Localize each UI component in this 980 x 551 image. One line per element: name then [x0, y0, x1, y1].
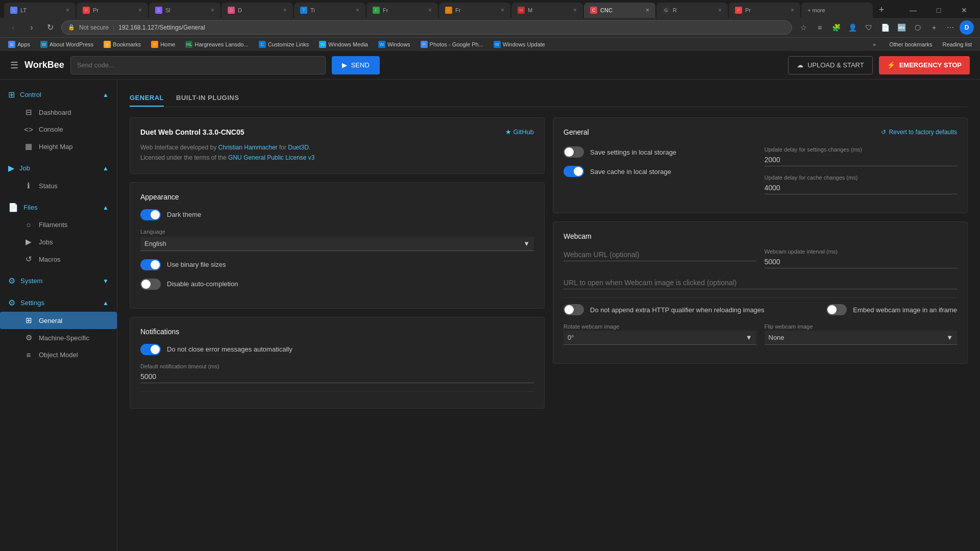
- reader-mode[interactable]: ≡: [813, 20, 827, 35]
- maximize-button[interactable]: □: [927, 3, 950, 18]
- tab-lt[interactable]: LLT×: [4, 3, 76, 18]
- more-bookmarks-button[interactable]: »: [870, 40, 879, 48]
- webcam-divider1: [564, 297, 957, 298]
- emergency-stop-button[interactable]: ⚡ EMERGENCY STOP: [879, 56, 970, 74]
- more-tools-button[interactable]: ⋯: [943, 20, 958, 35]
- update-cache-input[interactable]: [765, 182, 958, 194]
- bookmark-customize[interactable]: C Customize Links: [255, 40, 313, 49]
- desc-line1-start: Web Interface developed by: [140, 144, 218, 151]
- address-url: 192.168.1.127/Settings/General: [118, 24, 205, 31]
- disable-autocomplete-toggle[interactable]: [140, 279, 161, 290]
- tab-pr1[interactable]: PPr×: [77, 3, 148, 18]
- sidebar-item-heightmap[interactable]: ▦ Height Map: [0, 138, 117, 155]
- bookmark-windows-media[interactable]: W Windows Media: [315, 40, 372, 49]
- dark-theme-row: Dark theme: [140, 209, 534, 220]
- tab-pr2[interactable]: PPr×: [729, 3, 800, 18]
- author-link[interactable]: Christian Hammacher: [218, 144, 278, 151]
- flip-select[interactable]: None Horizontal Vertical Both: [769, 334, 947, 341]
- collections-button[interactable]: +: [927, 20, 941, 35]
- sidebar-section-header-control[interactable]: ⊞ Control ▲: [0, 86, 117, 104]
- revert-icon: ↺: [881, 129, 886, 136]
- rotate-select-wrapper[interactable]: 0° 90° 180° 270° ▼: [564, 331, 756, 345]
- tab-cnc[interactable]: CCNC×: [584, 3, 655, 18]
- macros-icon: ↺: [23, 255, 34, 264]
- bookmark-windows[interactable]: W Windows: [374, 40, 414, 49]
- tab-built-in-plugins[interactable]: BUILT-IN PLUGINS: [176, 90, 239, 107]
- sidebar-section-header-system[interactable]: ⚙ System ▼: [0, 272, 117, 290]
- sidebar-section-header-files[interactable]: 📄 Files ▲: [0, 198, 117, 216]
- tab-sl[interactable]: SSl×: [149, 3, 220, 18]
- tab-gh1[interactable]: GR×: [656, 3, 728, 18]
- upload-start-button[interactable]: ☁ UPLOAD & START: [788, 56, 873, 74]
- save-cache-toggle[interactable]: [564, 166, 584, 177]
- dark-theme-toggle[interactable]: [140, 209, 161, 220]
- webcam-url-input[interactable]: [564, 248, 756, 261]
- binary-sizes-toggle[interactable]: [140, 259, 161, 270]
- tab-fr1[interactable]: FFr×: [366, 3, 438, 18]
- edge-button[interactable]: ⬡: [911, 20, 925, 35]
- back-button[interactable]: ‹: [6, 20, 20, 35]
- sidebar-section-header-settings[interactable]: ⚙ Settings ▲: [0, 294, 117, 312]
- sidebar-section-header-job[interactable]: ▶ Job ▲: [0, 159, 117, 177]
- minimize-button[interactable]: —: [901, 3, 925, 18]
- webcam-click-url-input[interactable]: [564, 277, 957, 289]
- system-icon: ⚙: [8, 276, 15, 286]
- flip-select-wrapper[interactable]: None Horizontal Vertical Both ▼: [765, 331, 958, 345]
- files-icon: 📄: [8, 203, 18, 212]
- language-select[interactable]: English German French: [144, 240, 523, 247]
- new-tab-button[interactable]: +: [874, 3, 889, 18]
- profile-button[interactable]: D: [960, 20, 974, 35]
- sidebar-item-dashboard[interactable]: ⊟ Dashboard: [0, 104, 117, 121]
- no-close-errors-toggle[interactable]: [140, 344, 161, 355]
- revert-defaults-button[interactable]: ↺ Revert to factory defaults: [881, 129, 957, 136]
- sidebar-item-machine-specific[interactable]: ⚙ Machine-Specific: [0, 329, 117, 346]
- sidebar-item-status[interactable]: ℹ Status: [0, 177, 117, 194]
- rotate-select[interactable]: 0° 90° 180° 270°: [568, 334, 746, 341]
- tab-m[interactable]: MM×: [511, 3, 583, 18]
- update-delay-input[interactable]: [765, 154, 958, 166]
- embed-iframe-toggle[interactable]: [826, 304, 847, 315]
- other-bookmarks[interactable]: Other bookmarks: [885, 40, 936, 48]
- save-settings-toggle[interactable]: [564, 146, 584, 158]
- bookmark-star[interactable]: ☆: [796, 20, 811, 35]
- account-button[interactable]: 👤: [845, 20, 860, 35]
- tab-ti[interactable]: TTi×: [294, 3, 365, 18]
- webcam-interval-input[interactable]: [765, 256, 958, 268]
- bookmark-photos[interactable]: P Photos - Google Ph...: [416, 40, 487, 49]
- address-bar[interactable]: 🔒 Not secure | 192.168.1.127/Settings/Ge…: [61, 20, 792, 35]
- bookmark-windows-update[interactable]: W Windows Update: [489, 40, 549, 49]
- github-link[interactable]: ★ GitHub: [505, 128, 534, 136]
- sidebar-item-console[interactable]: <> Console: [0, 121, 117, 138]
- tab-more[interactable]: + more: [801, 3, 873, 18]
- bookmark-wordpress[interactable]: W About WordPress: [36, 40, 97, 49]
- tab-general[interactable]: GENERAL: [130, 90, 164, 107]
- tab-d[interactable]: DD×: [222, 3, 293, 18]
- sidebar-item-general[interactable]: ⊞ General: [0, 312, 117, 329]
- sidebar-item-object-model[interactable]: ≡ Object Model: [0, 346, 117, 363]
- system-label: System: [20, 277, 97, 285]
- bookmark-home[interactable]: H Home: [147, 40, 179, 49]
- tab-fr2[interactable]: FFr×: [439, 3, 510, 18]
- refresh-button[interactable]: ↻: [43, 20, 57, 35]
- reading-list[interactable]: Reading list: [939, 40, 976, 48]
- translator-button[interactable]: 🔤: [894, 20, 909, 35]
- forward-button[interactable]: ›: [24, 20, 39, 35]
- sidebar-item-macros[interactable]: ↺ Macros: [0, 251, 117, 268]
- sidebar-item-filaments[interactable]: ○ Filaments: [0, 216, 117, 233]
- pdf-button[interactable]: 📄: [878, 20, 892, 35]
- sidebar-item-jobs[interactable]: ▶ Jobs: [0, 233, 117, 251]
- bookmark-bookmarks[interactable]: ★ Bookmarks: [100, 40, 145, 49]
- duet3d-link[interactable]: Duet3D: [288, 144, 309, 151]
- bookmark-apps[interactable]: ⊞ Apps: [4, 40, 34, 49]
- hamburger-menu-button[interactable]: ☰: [10, 60, 18, 71]
- extensions-button[interactable]: 🧩: [829, 20, 843, 35]
- send-button[interactable]: ▶ SEND: [332, 56, 380, 74]
- close-button[interactable]: ✕: [952, 3, 976, 18]
- language-select-wrapper[interactable]: English German French ▼: [140, 237, 534, 251]
- license-link[interactable]: GNU General Public License v3: [228, 154, 314, 161]
- adblocker-button[interactable]: 🛡: [862, 20, 876, 35]
- send-code-input[interactable]: [70, 56, 326, 74]
- bookmark-hargreaves[interactable]: HL Hargreaves Lansdo...: [181, 40, 252, 49]
- no-http-toggle[interactable]: [564, 304, 584, 315]
- notification-timeout-input[interactable]: [140, 370, 534, 383]
